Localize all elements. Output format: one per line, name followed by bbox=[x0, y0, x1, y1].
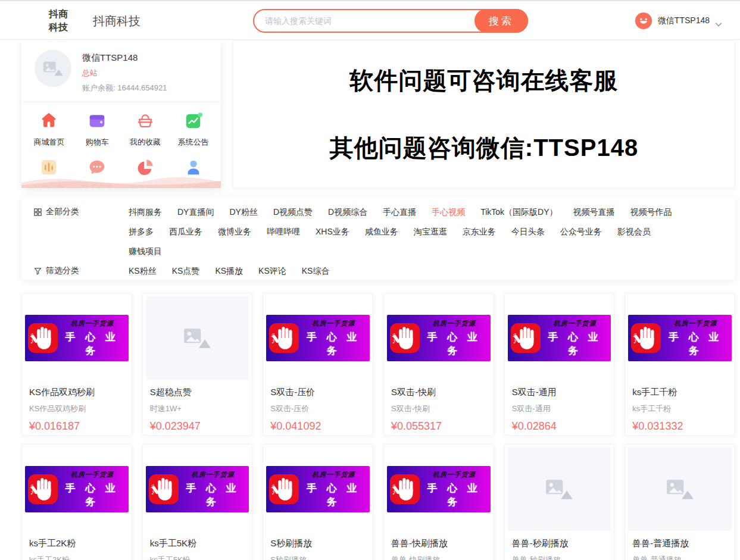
category-item[interactable]: 咸鱼业务 bbox=[365, 226, 398, 237]
svg-text:♪: ♪ bbox=[392, 337, 396, 345]
product-title: ks手工千粉 bbox=[632, 387, 727, 398]
filter-item[interactable]: KS播放 bbox=[215, 265, 243, 277]
category-item[interactable]: 京东业务 bbox=[463, 226, 496, 237]
product-banner-image: ♫♪ 机房一手货源 手 心 业 务 bbox=[387, 466, 491, 512]
category-item[interactable]: 公众号业务 bbox=[560, 226, 602, 237]
banner-badge-text: 机房一手货源 bbox=[662, 319, 729, 328]
site-logo: 抖商 科技 bbox=[49, 8, 68, 33]
banner-main-text: 手 心 业 务 bbox=[180, 481, 246, 509]
search-button[interactable]: 搜索 bbox=[474, 9, 528, 33]
banner-main-text: 手 心 业 务 bbox=[421, 481, 488, 509]
category-item[interactable]: DY粉丝 bbox=[229, 206, 257, 218]
product-subtitle: 兽兽-普通播放 bbox=[632, 555, 727, 560]
wallet-icon bbox=[87, 111, 107, 131]
user-menu[interactable]: 微信TTSP148 bbox=[635, 12, 722, 30]
product-image: ♫♪ 机房一手货源 手 心 业 务 bbox=[625, 293, 735, 383]
product-subtitle: ks手工5K粉 bbox=[150, 555, 245, 560]
hand-logo-icon: ♫♪ bbox=[28, 323, 58, 353]
search-bar: 搜索 bbox=[253, 9, 528, 33]
product-card[interactable]: ♫♪ 机房一手货源 手 心 业 务 S双击-快刷 S双击-快刷 ¥0.05531… bbox=[383, 293, 494, 436]
banner-main-text: 手 心 业 务 bbox=[59, 481, 126, 509]
product-banner-image: ♫♪ 机房一手货源 手 心 业 务 bbox=[508, 315, 611, 361]
category-item[interactable]: 拼多多 bbox=[129, 226, 154, 237]
product-card[interactable]: ♫♪ 机房一手货源 手 心 业 务 S双击-压价 S双击-压价 ¥0.04109… bbox=[263, 293, 373, 436]
category-item[interactable]: TikTok（国际版DY） bbox=[480, 206, 557, 218]
category-item[interactable]: 哔哩哔哩 bbox=[267, 226, 300, 237]
menu-item-announcements[interactable]: 系统公告 bbox=[169, 111, 217, 148]
category-row-3: 赚钱项目 bbox=[129, 245, 723, 257]
product-card[interactable]: ♫♪ 机房一手货源 手 心 业 务 ks手工2K粉 ks手工2K粉 bbox=[21, 444, 132, 560]
product-subtitle: S双击-通用 bbox=[512, 403, 607, 414]
hand-logo-icon: ♫♪ bbox=[269, 323, 299, 353]
category-item[interactable]: 视频号作品 bbox=[630, 206, 672, 218]
category-item[interactable]: D视频综合 bbox=[328, 206, 367, 218]
product-title: KS作品双鸡秒刷 bbox=[29, 387, 124, 398]
category-item[interactable]: 影视会员 bbox=[617, 226, 651, 237]
hand-logo-icon: ♫♪ bbox=[28, 474, 58, 504]
product-card[interactable]: ♫♪ 机房一手货源 手 心 业 务 ks手工千粉 ks手工千粉 ¥0.03133… bbox=[625, 293, 735, 436]
category-row-2: 拼多多 西瓜业务 微博业务 哔哩哔哩 XHS业务 咸鱼业务 淘宝逛逛 京东业务 … bbox=[129, 226, 723, 237]
category-item[interactable]: 手心直播 bbox=[383, 206, 416, 218]
filter-item[interactable]: KS评论 bbox=[258, 265, 286, 277]
svg-text:♪: ♪ bbox=[633, 337, 637, 345]
product-title: ks手工2K粉 bbox=[29, 538, 124, 549]
banner-main-text: 手 心 业 务 bbox=[662, 330, 729, 358]
category-item[interactable]: 赚钱项目 bbox=[129, 245, 162, 257]
product-price: ¥0.023947 bbox=[150, 420, 245, 433]
menu-label: 系统公告 bbox=[169, 137, 217, 148]
product-price: ¥0.016187 bbox=[29, 420, 124, 433]
category-item[interactable]: 今日头条 bbox=[511, 226, 545, 237]
home-icon bbox=[39, 111, 59, 131]
site-name: 抖商科技 bbox=[93, 13, 140, 29]
balance-label: 账户余额: bbox=[82, 83, 115, 92]
product-card[interactable]: ♫♪ 机房一手货源 手 心 业 务 S双击-通用 S双击-通用 ¥0.02864 bbox=[504, 293, 615, 436]
category-item[interactable]: 西瓜业务 bbox=[169, 226, 202, 237]
filter-item[interactable]: KS粉丝 bbox=[129, 265, 157, 277]
product-banner-image: ♫♪ 机房一手货源 手 心 业 务 bbox=[25, 466, 129, 512]
product-image: ♫♪ 机房一手货源 手 心 业 务 bbox=[22, 445, 132, 534]
product-banner-image: ♫♪ 机房一手货源 手 心 业 务 bbox=[25, 315, 129, 361]
banner-badge-text: 机房一手货源 bbox=[180, 470, 246, 479]
product-card[interactable]: ♫♪ 机房一手货源 手 心 业 务 S秒刷播放 S秒刷播放 bbox=[263, 444, 373, 560]
product-image: ♫♪ 机房一手货源 手 心 业 务 bbox=[384, 445, 494, 534]
product-card[interactable]: ♫♪ 机房一手货源 手 心 业 务 兽兽-秒刷播放 兽兽-秒刷播放 bbox=[504, 444, 615, 560]
product-subtitle: 时速1W+ bbox=[150, 403, 245, 414]
filter-item[interactable]: KS点赞 bbox=[172, 265, 200, 277]
category-item-active[interactable]: 手心视频 bbox=[432, 206, 465, 218]
category-item[interactable]: XHS业务 bbox=[316, 226, 349, 237]
image-placeholder-icon bbox=[43, 60, 63, 77]
menu-item-cart[interactable]: 购物车 bbox=[73, 111, 121, 148]
product-banner-image: ♫♪ 机房一手货源 手 心 业 务 bbox=[387, 315, 491, 361]
category-item[interactable]: 视频号直播 bbox=[573, 206, 615, 218]
banner-main-text: 手 心 业 务 bbox=[59, 330, 126, 358]
product-card[interactable]: ♫♪ 机房一手货源 手 心 业 务 KS作品双鸡秒刷 KS作品双鸡秒刷 ¥0.0… bbox=[21, 293, 132, 436]
filter-item[interactable]: KS综合 bbox=[302, 265, 330, 277]
menu-item-mall-home[interactable]: 商城首页 bbox=[25, 111, 73, 148]
banner-main-text: 手 心 业 务 bbox=[421, 330, 488, 358]
site-badge: 总站 bbox=[82, 68, 167, 79]
product-subtitle: ks手工千粉 bbox=[632, 403, 727, 414]
product-card[interactable]: ♫♪ 机房一手货源 手 心 业 务 兽兽-快刷播放 兽兽-快刷播放 bbox=[383, 444, 494, 560]
product-title: S双击-通用 bbox=[512, 387, 607, 398]
funnel-icon bbox=[33, 267, 42, 276]
menu-label: 我的收藏 bbox=[121, 137, 170, 148]
notice-banner: 软件问题可咨询在线客服 其他问题咨询微信:TTSP148 bbox=[233, 40, 735, 188]
product-card[interactable]: ♫♪ 机房一手货源 手 心 业 务 ks手工5K粉 ks手工5K粉 bbox=[142, 444, 253, 560]
category-item[interactable]: D视频点赞 bbox=[273, 206, 313, 218]
logo-line1: 抖商 bbox=[49, 8, 68, 21]
product-banner-image: ♫♪ 机房一手货源 手 心 业 务 bbox=[628, 315, 732, 361]
product-card[interactable]: ♫♪ 机房一手货源 手 心 业 务 S超稳点赞 时速1W+ ¥0.023947 bbox=[142, 293, 253, 436]
product-title: S秒刷播放 bbox=[270, 538, 366, 549]
menu-item-favorites[interactable]: 我的收藏 bbox=[121, 111, 170, 148]
category-item[interactable]: 淘宝逛逛 bbox=[414, 226, 447, 237]
announcement-icon bbox=[183, 111, 204, 131]
product-card[interactable]: ♫♪ 机房一手货源 手 心 业 务 兽兽-普通播放 兽兽-普通播放 bbox=[625, 444, 735, 560]
menu-label: 商城首页 bbox=[25, 137, 73, 148]
svg-text:♪: ♪ bbox=[151, 488, 154, 496]
category-item[interactable]: 抖商服务 bbox=[129, 206, 162, 218]
image-placeholder-icon bbox=[628, 448, 732, 531]
product-banner-image: ♫♪ 机房一手货源 手 心 业 务 bbox=[266, 315, 370, 361]
category-item[interactable]: DY直播间 bbox=[177, 206, 214, 218]
product-image: ♫♪ 机房一手货源 手 心 业 务 bbox=[263, 445, 373, 534]
category-item[interactable]: 微博业务 bbox=[218, 226, 251, 237]
